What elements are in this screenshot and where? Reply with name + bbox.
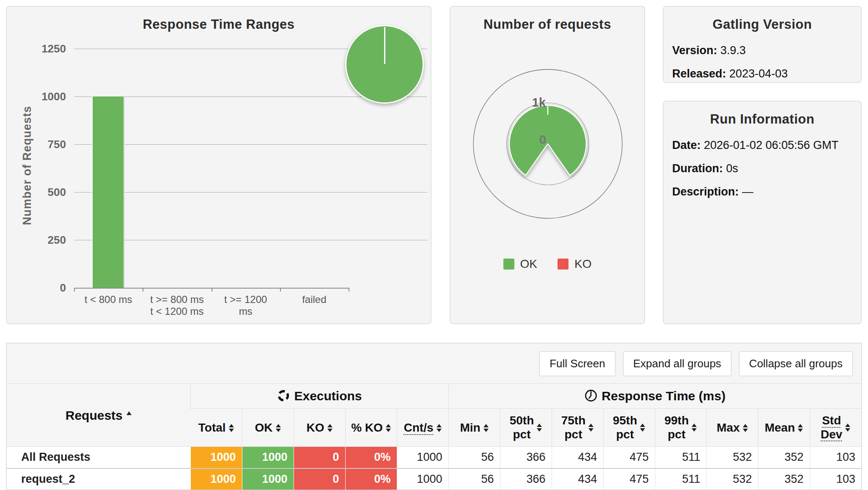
number-of-requests-title: Number of requests <box>450 17 644 32</box>
sort-icon <box>588 424 593 432</box>
x-axis-tick <box>74 288 75 292</box>
table-row: All Requests1000100000%10005636643447551… <box>7 447 861 468</box>
description-line: Description: — <box>664 185 861 198</box>
gridline <box>74 240 427 240</box>
pie-divider-line <box>384 27 385 64</box>
description-value: — <box>742 185 753 198</box>
cell-stddev: 103 <box>810 468 861 490</box>
gridline <box>74 144 427 145</box>
date-line: Date: 2026-01-02 06:05:56 GMT <box>664 139 861 152</box>
sort-ascending-icon <box>126 411 132 415</box>
col-header-95th-pct[interactable]: 95th pct <box>603 409 655 447</box>
version-label: Version: <box>672 44 717 57</box>
x-axis-tick <box>212 288 212 292</box>
col-header-max[interactable]: Max <box>706 409 758 447</box>
collapse-all-groups-button[interactable]: Collapse all groups <box>739 351 853 376</box>
full-screen-button[interactable]: Full Screen <box>539 351 615 376</box>
y-tick-label: 1000 <box>19 90 66 103</box>
released-line: Released: 2023-04-03 <box>664 67 861 80</box>
cell-ko: 0 <box>294 447 345 468</box>
cell-max: 532 <box>706 468 758 490</box>
bar <box>92 96 125 288</box>
cell-mean: 352 <box>758 468 810 490</box>
col-header-requests[interactable]: Requests <box>7 384 190 447</box>
col-header-99th-pct[interactable]: 99th pct <box>655 409 706 447</box>
col-header-75th-pct[interactable]: 75th pct <box>552 409 603 447</box>
x-category-label: failed <box>280 294 349 306</box>
cell-stddev: 103 <box>810 447 861 468</box>
sort-icon <box>845 424 850 432</box>
y-axis-label: Number of Requests <box>21 106 34 225</box>
version-line: Version: 3.9.3 <box>664 44 861 57</box>
col-header-ko[interactable]: KO <box>294 409 345 447</box>
col-header-min[interactable]: Min <box>448 409 500 447</box>
x-category-label: t < 800 ms <box>74 294 143 306</box>
col-header-mean[interactable]: Mean <box>758 409 810 447</box>
legend-swatch <box>503 259 514 270</box>
gatling-version-panel: Gatling Version Version: 3.9.3 Released:… <box>663 6 862 83</box>
x-category-label: t >= 800 ms t < 1200 ms <box>143 294 211 318</box>
sort-icon <box>437 424 442 432</box>
statistics-table: Requests Executions Response Time (ms) <box>7 383 861 490</box>
response-time-ranges-panel: Response Time Ranges Number of Requests … <box>6 6 431 324</box>
cell-min: 56 <box>448 468 500 490</box>
legend-item-ko: KO <box>558 257 591 271</box>
cell-p95: 475 <box>603 447 655 468</box>
cell-cnts: 1000 <box>397 468 448 490</box>
run-information-panel: Run Information Date: 2026-01-02 06:05:5… <box>663 101 862 324</box>
y-tick-label: 0 <box>19 281 66 295</box>
cell-ok: 1000 <box>242 468 294 490</box>
cell-p99: 511 <box>655 468 706 490</box>
sort-icon <box>483 424 489 432</box>
version-value: 3.9.3 <box>720 44 746 57</box>
executions-header-label: Executions <box>294 389 362 403</box>
cell-mean: 352 <box>758 447 810 468</box>
cell-cnts: 1000 <box>397 447 448 468</box>
col-header-cnts[interactable]: Cnt/s <box>397 409 448 447</box>
group-header-row: Requests Executions Response Time (ms) <box>7 384 861 409</box>
cell-pko: 0% <box>345 468 397 490</box>
group-header-response-time: Response Time (ms) <box>448 384 861 409</box>
sort-icon <box>743 424 748 432</box>
sort-icon <box>640 424 645 432</box>
col-header-total[interactable]: Total <box>190 409 242 447</box>
range-distribution-pie <box>345 25 424 104</box>
cell-ok: 1000 <box>242 447 294 468</box>
cell-min: 56 <box>448 447 500 468</box>
legend-label: OK <box>520 257 537 271</box>
released-label: Released: <box>672 67 726 80</box>
pie-legend: OKKO <box>450 257 644 271</box>
legend-swatch <box>558 259 569 270</box>
sort-icon <box>229 424 234 432</box>
request-name[interactable]: request_2 <box>7 468 190 490</box>
cell-pko: 0% <box>345 447 397 468</box>
col-header-50th-pct[interactable]: 50th pct <box>500 409 552 447</box>
requests-header-label: Requests <box>66 408 123 423</box>
table-row: request_21000100000%10005636643447551153… <box>7 468 861 490</box>
sort-icon <box>386 424 391 432</box>
col-header-ok[interactable]: OK <box>242 409 294 447</box>
refresh-icon <box>277 389 290 402</box>
cell-total: 1000 <box>190 447 242 468</box>
col-header-pct-ko[interactable]: % KO <box>345 409 397 447</box>
stats-tbody: All Requests1000100000%10005636643447551… <box>7 447 861 490</box>
cell-total: 1000 <box>190 468 242 490</box>
col-header-std-dev[interactable]: Std Dev <box>810 409 861 447</box>
request-name[interactable]: All Requests <box>7 447 190 468</box>
clock-icon <box>584 389 598 402</box>
response-time-header-label: Response Time (ms) <box>602 389 725 403</box>
x-category-label: t >= 1200 ms <box>212 294 280 318</box>
date-value: 2026-01-02 06:05:56 GMT <box>704 139 838 151</box>
legend-item-ok: OK <box>503 257 537 271</box>
x-axis-tick <box>349 288 349 292</box>
cell-p99: 511 <box>655 447 706 468</box>
released-value: 2023-04-03 <box>729 67 788 80</box>
sort-icon <box>692 424 697 432</box>
date-label: Date: <box>672 139 701 151</box>
duration-value: 0s <box>726 162 739 175</box>
sort-icon <box>798 424 803 432</box>
expand-all-groups-button[interactable]: Expand all groups <box>623 351 731 376</box>
ok-slice-label: 1k <box>514 96 564 110</box>
run-information-title: Run Information <box>664 112 861 127</box>
duration-line: Duration: 0s <box>664 162 861 175</box>
